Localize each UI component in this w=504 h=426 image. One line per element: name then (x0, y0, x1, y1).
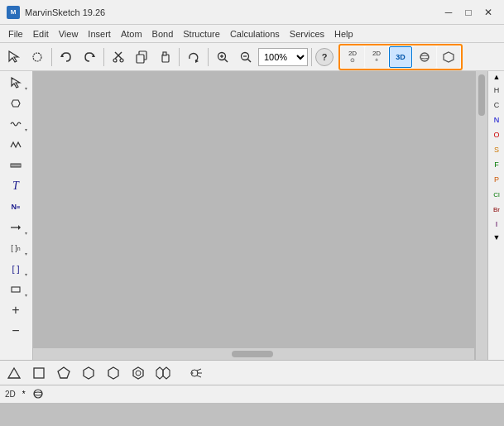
chain-tool[interactable] (2, 135, 30, 155)
svg-marker-37 (84, 367, 94, 379)
menu-item-atom[interactable]: Atom (116, 25, 147, 42)
title-bar-controls: ─ □ ✕ (439, 4, 497, 21)
rect-tool[interactable]: ▾ (2, 280, 30, 299)
bracket2-tool[interactable]: [ ] ▾ (2, 259, 30, 279)
svg-line-44 (197, 369, 201, 371)
select-tool-button[interactable] (3, 46, 25, 68)
svg-marker-42 (163, 367, 170, 379)
canvas-area[interactable] (33, 71, 487, 360)
element-O[interactable]: O (488, 127, 504, 142)
menu-item-edit[interactable]: Edit (28, 25, 54, 42)
close-button[interactable]: ✕ (479, 4, 497, 21)
square-shape-button[interactable] (28, 363, 50, 383)
bracket-tool[interactable]: [ ]n ▾ (2, 238, 30, 258)
svg-point-21 (420, 55, 429, 59)
status-icon (32, 388, 44, 401)
cut-button[interactable] (108, 46, 129, 68)
svg-point-6 (113, 59, 117, 62)
redo-button[interactable] (79, 46, 100, 68)
svg-marker-36 (58, 367, 70, 378)
maximize-button[interactable]: □ (459, 4, 478, 21)
svg-rect-11 (163, 52, 166, 55)
arrow-right-tool[interactable]: ▾ (2, 218, 30, 237)
vertical-scrollbar[interactable] (476, 71, 487, 348)
menu-item-services[interactable]: Services (285, 25, 329, 42)
rotate-button[interactable] (183, 46, 204, 68)
element-I[interactable]: I (488, 217, 504, 232)
svg-rect-33 (12, 287, 20, 292)
text-tool[interactable]: T (2, 176, 30, 196)
menu-item-insert[interactable]: Insert (83, 25, 116, 42)
triangle-shape-button[interactable] (3, 363, 25, 383)
svg-point-40 (136, 371, 141, 376)
hexagon-shape-button[interactable] (103, 363, 124, 383)
separator-2 (103, 48, 104, 66)
menu-item-view[interactable]: View (54, 25, 84, 42)
ruler-tool[interactable] (2, 156, 30, 175)
svg-point-7 (120, 59, 123, 62)
benzene-shape-button[interactable] (127, 363, 149, 383)
pentagon-shape-button[interactable] (53, 363, 74, 383)
minimize-button[interactable]: ─ (439, 4, 458, 21)
menu-item-file[interactable]: File (3, 25, 28, 42)
hexagon-flat-shape-button[interactable] (78, 363, 99, 383)
menu-item-bond[interactable]: Bond (147, 25, 179, 42)
element-Br[interactable]: Br (488, 202, 504, 217)
h-scroll-track (33, 351, 474, 357)
status-bar: 2D * (0, 385, 504, 403)
svg-marker-22 (444, 52, 454, 62)
element-scroll-down[interactable]: ▼ (488, 232, 504, 243)
zoom-out-button[interactable] (235, 46, 257, 68)
svg-marker-41 (156, 367, 163, 379)
element-scroll-up[interactable]: ▲ (488, 71, 504, 83)
copy-button[interactable] (131, 46, 152, 68)
arrow-tool[interactable]: ▾ (2, 73, 30, 93)
svg-line-19 (248, 59, 252, 62)
horizontal-scrollbar[interactable] (33, 348, 474, 360)
zoom-in-button[interactable] (212, 46, 233, 68)
element-P[interactable]: P (488, 172, 504, 187)
separator-1 (51, 48, 52, 66)
svg-point-49 (34, 392, 42, 395)
eraser-tool[interactable] (2, 93, 30, 113)
solid-mode-button[interactable] (437, 46, 460, 68)
svg-marker-38 (108, 367, 118, 379)
2d-normal-mode-button[interactable]: 2D⊙ (341, 46, 364, 68)
svg-marker-24 (12, 100, 20, 107)
element-Cl[interactable]: Cl (488, 187, 504, 202)
element-N[interactable]: N (488, 112, 504, 127)
h-scroll-thumb[interactable] (232, 351, 273, 357)
title-bar-left: M MarvinSketch 19.26 (7, 6, 105, 19)
wave-tool[interactable]: ▾ (2, 114, 30, 134)
minus-tool[interactable]: − (2, 321, 30, 341)
add-tool[interactable]: + (2, 300, 30, 320)
3d-mode-button[interactable]: 3D (389, 46, 412, 68)
element-F[interactable]: F (488, 157, 504, 172)
svg-point-47 (191, 371, 194, 374)
element-C[interactable]: C (488, 98, 504, 112)
element-panel: ▲ H C N O S F P Cl Br I ▼ (487, 71, 504, 360)
element-H[interactable]: H (488, 83, 504, 98)
separator-5 (311, 48, 312, 66)
svg-marker-32 (18, 225, 21, 230)
v-scroll-thumb[interactable] (478, 74, 485, 116)
lasso-tool-button[interactable] (26, 46, 48, 68)
help-button[interactable]: ? (315, 48, 334, 66)
svg-rect-9 (137, 55, 144, 63)
svg-marker-34 (8, 368, 20, 378)
atom-map-tool[interactable]: N≡ (2, 197, 30, 217)
menu-item-structure[interactable]: Structure (178, 25, 225, 42)
menu-item-help[interactable]: Help (329, 25, 358, 42)
status-mode: 2D (5, 390, 16, 399)
menu-item-calculations[interactable]: Calculations (225, 25, 285, 42)
sphere-mode-button[interactable] (413, 46, 436, 68)
naphthalene-shape-button[interactable] (152, 363, 182, 383)
undo-button[interactable] (55, 46, 77, 68)
complex-shape-button[interactable] (185, 363, 210, 383)
paste-button[interactable] (154, 46, 175, 68)
2d-plus-mode-button[interactable]: 2D+ (365, 46, 388, 68)
element-S[interactable]: S (488, 142, 504, 157)
svg-marker-23 (12, 78, 20, 88)
title-bar: M MarvinSketch 19.26 ─ □ ✕ (0, 0, 504, 25)
zoom-select[interactable]: 25% 50% 75% 100% 150% 200% 400% (258, 48, 308, 66)
